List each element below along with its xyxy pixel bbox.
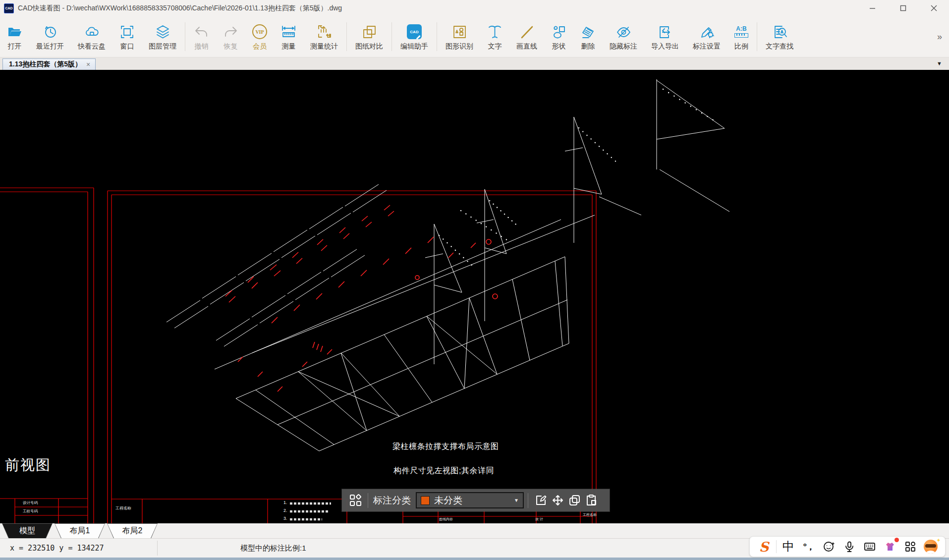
measure-stats-icon — [317, 22, 332, 41]
close-button[interactable] — [918, 0, 949, 16]
sheet-tab-layout2[interactable]: 布局2 — [107, 523, 158, 538]
annotation-toolbar: 标注分类 未分类 ▼ — [342, 489, 610, 511]
annotation-category-select[interactable]: 未分类 ▼ — [416, 492, 524, 508]
structure-lines — [167, 79, 729, 451]
annotation-settings-icon — [699, 22, 715, 41]
toolbar-item-erase[interactable]: 删除 — [573, 17, 603, 56]
sheet-tab-label: 布局2 — [107, 523, 158, 538]
toolbar-divider — [391, 22, 392, 51]
main-toolbar: 打开 最近打开 快看云盘 窗口 图层管理 撤销 — [0, 16, 949, 57]
toolbar-item-scale[interactable]: A:B 比例 — [727, 17, 755, 56]
toolbox-grid-icon[interactable] — [902, 538, 919, 555]
category-color-swatch — [421, 496, 430, 505]
microphone-icon[interactable] — [841, 538, 858, 555]
punctuation-icon[interactable]: °， — [800, 538, 817, 555]
toolbar-item-open[interactable]: 打开 — [0, 17, 29, 56]
minimize-button[interactable] — [857, 0, 888, 16]
text-search-icon — [772, 22, 787, 41]
sparkle-icon: ✦ — [936, 537, 941, 544]
drawing-frames — [0, 188, 596, 523]
sheet-tab-layout1[interactable]: 布局1 — [55, 523, 105, 538]
toolbar-item-hide-annotations[interactable]: 隐藏标注 — [603, 17, 644, 56]
edit-annotation-button[interactable] — [532, 492, 549, 509]
toolbar-item-window[interactable]: 窗口 — [112, 17, 142, 56]
toolbar-item-layers[interactable]: 图层管理 — [142, 17, 183, 56]
toolbar-item-import-export[interactable]: 导入导出 — [644, 17, 686, 56]
toolbar-item-text-search[interactable]: 文字查找 — [759, 17, 800, 56]
keyboard-icon[interactable] — [861, 538, 878, 555]
toolbar-item-vip[interactable]: VIP 会员 — [245, 17, 274, 56]
scale-icon: A:B — [734, 22, 748, 41]
sogou-logo-icon[interactable]: S — [756, 538, 773, 555]
move-annotation-button[interactable] — [549, 492, 566, 509]
toolbar-divider — [757, 22, 757, 51]
dropdown-arrow-icon: ▼ — [514, 498, 519, 503]
tab-close-icon[interactable]: × — [86, 60, 90, 68]
titleblock-sheet-content: 图纸内容 — [439, 517, 453, 522]
toolbar-divider — [437, 22, 437, 51]
skin-icon[interactable] — [882, 538, 898, 555]
vip-icon: VIP — [252, 22, 267, 41]
toolbar-item-edit-assistant[interactable]: CAD 编辑助手 — [393, 17, 435, 56]
sheet-tab-model[interactable]: 模型 — [2, 523, 53, 538]
toolbar-item-annotation-settings[interactable]: 标注设置 — [686, 17, 727, 56]
annotation-grid-button[interactable] — [347, 492, 364, 509]
document-tab-label: 1.13抱柱四套（第5版） — [9, 60, 82, 69]
toolbar-item-text[interactable]: 文字 — [480, 17, 509, 56]
toolbar-item-redo[interactable]: 恢复 — [216, 17, 245, 56]
toolbar-item-recent[interactable]: 最近打开 — [29, 17, 71, 56]
recent-files-icon — [43, 22, 58, 41]
text-icon — [487, 22, 502, 41]
toolbar-item-measure[interactable]: 测量 — [274, 17, 303, 56]
cursor-coordinates: x = 232510 y = 134227 — [10, 544, 104, 553]
title-bar: CAD CAD快速看图 - D:\wechat\WXWork\168885833… — [0, 0, 949, 16]
diagram-subtitle: 构件尺寸见左视图;其余详同 — [393, 466, 494, 476]
copy-annotation-button[interactable] — [566, 492, 583, 509]
toolbar-item-compare[interactable]: 图纸对比 — [348, 17, 390, 56]
note-number-2: 2. — [283, 508, 287, 513]
document-tab-bar: 1.13抱柱四套（第5版） × ▼ — [0, 57, 949, 70]
toolbar-item-draw-line[interactable]: 画直线 — [509, 17, 544, 56]
shapes-icon — [551, 22, 566, 41]
maximize-button[interactable] — [888, 0, 918, 16]
measure-icon — [281, 22, 296, 41]
drawing-canvas[interactable]: 前视图 梁柱檩条拉撑支撑布局示意图 构件尺寸见左视图;其余详同 设计号码 工程号… — [0, 70, 949, 523]
toolbar-item-shape-recognition[interactable]: 图形识别 — [439, 17, 480, 56]
copy-icon — [568, 494, 581, 506]
window-select-icon — [119, 22, 135, 41]
emoji-icon[interactable] — [821, 538, 837, 555]
draw-line-icon — [519, 22, 535, 41]
hide-annotations-icon — [616, 22, 631, 41]
annotation-toolbar-divider — [528, 493, 528, 508]
shape-recognition-icon — [452, 22, 467, 41]
tab-list-dropdown-icon[interactable]: ▼ — [937, 60, 942, 66]
toolbar-item-undo[interactable]: 撤销 — [187, 17, 216, 56]
red-annotation-marks — [225, 205, 498, 392]
document-tab[interactable]: 1.13抱柱四套（第5版） × — [2, 58, 96, 70]
toolbar-item-cloud[interactable]: 快看云盘 — [71, 17, 112, 56]
ime-divider — [776, 540, 777, 553]
note-text-strips — [290, 504, 331, 519]
redo-icon — [223, 22, 238, 41]
assistant-badge-icon[interactable]: ✦ — [922, 538, 939, 555]
titleblock-project-no: 工程号码 — [23, 509, 38, 514]
annotation-toolbar-divider — [368, 493, 368, 508]
move-icon — [552, 494, 564, 506]
edit-assistant-icon: CAD — [407, 22, 422, 41]
toolbar-overflow-button[interactable]: » — [937, 32, 942, 42]
window-bottom-edge — [0, 558, 949, 560]
window-controls — [857, 0, 949, 16]
chinese-mode-icon[interactable]: 中 — [780, 538, 797, 555]
toolbar-item-shapes[interactable]: 形状 — [544, 17, 573, 56]
diagram-title: 梁柱檩条拉撑支撑布局示意图 — [392, 442, 499, 452]
notification-dot — [894, 538, 899, 542]
paste-annotation-button[interactable] — [583, 492, 600, 509]
note-number-3: 3. — [283, 516, 287, 521]
toolbar-item-measure-stats[interactable]: 测量统计 — [303, 17, 345, 56]
window-title: CAD快速看图 - D:\wechat\WXWork\1688858335708… — [18, 4, 342, 13]
edit-annotation-icon — [535, 494, 547, 506]
titleblock-project-name-right: 工程名称 — [583, 512, 597, 517]
ime-toolbar: S 中 °， ✦ — [749, 536, 946, 557]
erase-icon — [580, 22, 596, 41]
paste-icon — [585, 494, 598, 506]
